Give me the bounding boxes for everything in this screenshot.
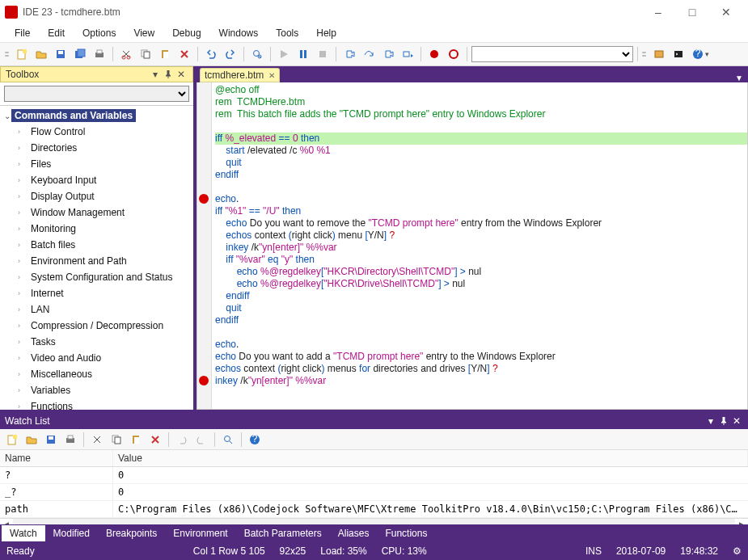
paste-button[interactable]: [156, 45, 174, 63]
close-button[interactable]: ✕: [709, 2, 743, 22]
watch-tab-environment[interactable]: Environment: [165, 525, 235, 541]
tree-item[interactable]: ›Environment and Path: [0, 253, 193, 269]
watch-row[interactable]: _?0: [0, 484, 748, 501]
watch-tab-functions[interactable]: Functions: [377, 525, 435, 541]
menu-windows[interactable]: Windows: [211, 26, 267, 40]
watch-undo-button[interactable]: [173, 431, 191, 448]
code-editor[interactable]: @echo offrem TCMDHere.btmrem This batch …: [197, 82, 748, 410]
step-out-button[interactable]: [379, 45, 397, 63]
tree-item[interactable]: ›Display Output: [0, 188, 193, 204]
redo-button[interactable]: [222, 45, 239, 63]
watch-row[interactable]: pathC:\Program Files (x86)\Codejock Soft…: [0, 501, 748, 518]
breakpoint-icon[interactable]: [199, 194, 209, 204]
new-file-button[interactable]: [13, 45, 31, 63]
watch-tab-batch-parameters[interactable]: Batch Parameters: [236, 525, 330, 541]
open-file-button[interactable]: [32, 45, 50, 63]
tree-item[interactable]: ›Directories: [0, 140, 193, 156]
tree-item[interactable]: ›Monitoring: [0, 221, 193, 237]
preferences-button[interactable]: [650, 45, 668, 63]
tree-item[interactable]: ›Tasks: [0, 334, 193, 350]
maximize-button[interactable]: □: [675, 2, 709, 22]
tree-item[interactable]: ›System Configuration and Status: [0, 269, 193, 285]
tabs-overflow-icon[interactable]: ▼: [730, 74, 748, 82]
tree-item[interactable]: ›Functions: [0, 398, 193, 410]
print-button[interactable]: [91, 45, 108, 63]
tree-item[interactable]: ›Variables: [0, 382, 193, 398]
delete-button[interactable]: [175, 45, 193, 63]
menu-file[interactable]: File: [6, 26, 38, 40]
menu-debug[interactable]: Debug: [164, 26, 209, 40]
watch-delete-button[interactable]: [146, 431, 164, 448]
menu-edit[interactable]: Edit: [40, 26, 73, 40]
tree-item[interactable]: ›Compression / Decompression: [0, 318, 193, 334]
tree-item-label: Monitoring: [31, 222, 76, 235]
help-button[interactable]: ?: [689, 45, 707, 63]
code-area[interactable]: @echo offrem TCMDHere.btmrem This batch …: [212, 82, 747, 409]
toolbox-dropdown-icon[interactable]: ▾: [149, 68, 162, 81]
save-button[interactable]: [52, 45, 70, 63]
undo-button[interactable]: [202, 45, 220, 63]
toolbar-grip-2[interactable]: [642, 45, 646, 63]
toolbox-search-select[interactable]: [4, 86, 189, 102]
tree-item[interactable]: ›Flow Control: [0, 124, 193, 140]
watch-copy-button[interactable]: [108, 431, 125, 448]
watch-print-button[interactable]: [61, 431, 79, 448]
pause-button[interactable]: [294, 45, 312, 63]
menu-options[interactable]: Options: [74, 26, 124, 40]
run-to-cursor-button[interactable]: [399, 45, 416, 63]
watch-cut-button[interactable]: [88, 431, 106, 448]
toolbar-grip[interactable]: [5, 45, 9, 63]
watch-col-name[interactable]: Name: [0, 450, 113, 466]
watch-find-button[interactable]: [219, 431, 237, 448]
step-over-button[interactable]: [360, 45, 378, 63]
tree-item[interactable]: ›Keyboard Input: [0, 172, 193, 188]
tree-item[interactable]: ›Window Management: [0, 204, 193, 221]
save-all-button[interactable]: [71, 45, 89, 63]
console-button[interactable]: [670, 45, 687, 63]
watch-redo-button[interactable]: [192, 431, 210, 448]
watch-hscrollbar[interactable]: ◄ ►: [0, 518, 748, 524]
gutter[interactable]: [197, 82, 212, 409]
watch-tab-modified[interactable]: Modified: [45, 525, 98, 541]
tree-item[interactable]: ›Miscellaneous: [0, 366, 193, 382]
pin-icon[interactable]: [162, 68, 175, 81]
find-button[interactable]: [248, 45, 266, 63]
target-select[interactable]: [471, 46, 633, 62]
watch-tab-breakpoints[interactable]: Breakpoints: [98, 525, 165, 541]
stop-button[interactable]: [314, 45, 332, 63]
watch-paste-button[interactable]: [127, 431, 145, 448]
watch-dropdown-icon[interactable]: ▾: [704, 415, 717, 427]
toolbox-close-icon[interactable]: ✕: [175, 68, 188, 81]
copy-button[interactable]: [137, 45, 154, 63]
menu-tools[interactable]: Tools: [268, 26, 306, 40]
help-dropdown-icon[interactable]: ▾: [705, 50, 709, 58]
record-on-button[interactable]: [425, 45, 443, 63]
status-gear-icon[interactable]: ⚙: [733, 545, 742, 557]
watch-col-value[interactable]: Value: [113, 450, 748, 466]
tree-item[interactable]: ›Video and Audio: [0, 350, 193, 366]
watch-pin-icon[interactable]: [717, 415, 730, 427]
watch-tab-aliases[interactable]: Aliases: [330, 525, 378, 541]
watch-open-button[interactable]: [23, 431, 40, 448]
menu-view[interactable]: View: [125, 26, 163, 40]
watch-row[interactable]: ?0: [0, 467, 748, 484]
tree-root-commands[interactable]: ⌄ Commands and Variables: [0, 107, 193, 124]
menu-help[interactable]: Help: [308, 26, 344, 40]
run-button[interactable]: [275, 45, 293, 63]
close-tab-icon[interactable]: ✕: [268, 71, 275, 80]
document-tab[interactable]: tcmdhere.btm ✕: [200, 68, 280, 82]
tree-item[interactable]: ›Files: [0, 156, 193, 172]
watch-tab-watch[interactable]: Watch: [2, 525, 45, 541]
cut-button[interactable]: [117, 45, 135, 63]
tree-item[interactable]: ›LAN: [0, 301, 193, 318]
record-off-button[interactable]: [445, 45, 463, 63]
tree-item[interactable]: ›Batch files: [0, 237, 193, 253]
watch-help-button[interactable]: ?: [246, 431, 264, 448]
minimize-button[interactable]: –: [641, 2, 675, 22]
step-into-button[interactable]: [340, 45, 358, 63]
watch-close-icon[interactable]: ✕: [730, 415, 743, 427]
watch-save-button[interactable]: [42, 431, 60, 448]
breakpoint-icon[interactable]: [199, 376, 209, 385]
watch-new-button[interactable]: [3, 431, 21, 448]
tree-item[interactable]: ›Internet: [0, 285, 193, 301]
